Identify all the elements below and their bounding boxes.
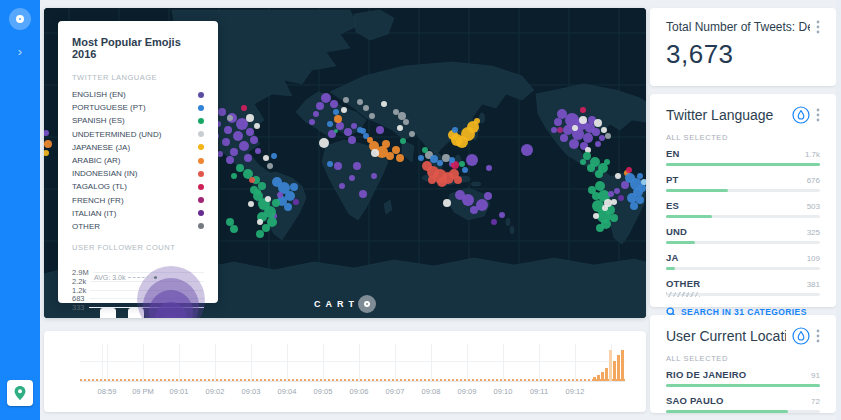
tweets-widget-menu-button[interactable] — [816, 20, 820, 34]
map-dot[interactable] — [454, 176, 462, 184]
map-dot[interactable] — [348, 136, 356, 144]
map-dot[interactable] — [272, 199, 280, 207]
map-dot[interactable] — [330, 100, 338, 108]
map-dot[interactable] — [246, 128, 254, 136]
map-dot[interactable] — [226, 156, 234, 164]
location-autostyle-button[interactable] — [792, 327, 810, 345]
map-dot[interactable] — [602, 205, 608, 211]
map-dot[interactable] — [381, 101, 387, 107]
map-dot[interactable] — [437, 177, 447, 187]
map-dot[interactable] — [491, 219, 497, 225]
map-dot[interactable] — [371, 149, 379, 157]
map-dot[interactable] — [360, 128, 366, 134]
map-dot[interactable] — [466, 154, 478, 166]
map-dot[interactable] — [271, 153, 277, 159]
map-dot[interactable] — [359, 190, 367, 198]
map-dot[interactable] — [363, 105, 369, 111]
map-dot[interactable] — [409, 131, 415, 137]
map-dot[interactable] — [615, 173, 621, 179]
map-dot[interactable] — [382, 140, 390, 148]
map-dot[interactable] — [284, 203, 292, 211]
basemap-switcher-button[interactable] — [7, 380, 33, 406]
map-dot[interactable] — [244, 154, 252, 162]
map-dot[interactable] — [293, 199, 299, 205]
map-dot[interactable] — [357, 99, 363, 105]
map-dot[interactable] — [403, 119, 409, 125]
map-dot[interactable] — [605, 133, 611, 139]
map-dot[interactable] — [376, 126, 384, 134]
map-dot[interactable] — [462, 194, 474, 206]
map-dot[interactable] — [218, 108, 226, 116]
map-dot[interactable] — [521, 144, 533, 156]
map-dot[interactable] — [554, 118, 562, 126]
map-dot[interactable] — [486, 165, 492, 171]
map-dot[interactable] — [44, 140, 52, 148]
map-dot[interactable] — [246, 114, 254, 122]
map-dot[interactable] — [344, 128, 352, 136]
map-dot[interactable] — [255, 148, 261, 154]
map-dot[interactable] — [227, 115, 233, 121]
map-dot[interactable] — [351, 123, 357, 129]
language-widget-menu-button[interactable] — [816, 108, 820, 122]
map-dot[interactable] — [637, 173, 643, 179]
map-dot[interactable] — [630, 202, 638, 210]
map-dot[interactable] — [334, 162, 342, 170]
map-dot[interactable] — [428, 176, 436, 184]
map-dot[interactable] — [592, 128, 600, 136]
map-dot[interactable] — [353, 162, 361, 170]
map-dot[interactable] — [319, 138, 329, 148]
time-series-plot[interactable] — [80, 344, 625, 382]
map-dot[interactable] — [587, 164, 595, 172]
map-dot[interactable] — [580, 159, 586, 165]
map-dot[interactable] — [230, 148, 238, 156]
map-dot[interactable] — [222, 138, 230, 146]
map-dot[interactable] — [257, 219, 263, 225]
map-dot[interactable] — [249, 177, 255, 183]
map-dot[interactable] — [462, 167, 468, 173]
map-dot[interactable] — [422, 147, 428, 153]
map-dot[interactable] — [641, 179, 646, 185]
map-dot[interactable] — [449, 157, 455, 163]
map-dot[interactable] — [44, 150, 49, 156]
location-widget-menu-button[interactable] — [816, 329, 820, 343]
map-dot[interactable] — [569, 139, 579, 149]
map-dot[interactable] — [341, 107, 347, 113]
map-dot[interactable] — [327, 121, 333, 127]
map-dot[interactable] — [349, 175, 355, 181]
map-dot[interactable] — [313, 111, 319, 117]
map-dot[interactable] — [327, 161, 333, 167]
map-dot[interactable] — [371, 173, 377, 179]
map-dot[interactable] — [579, 116, 587, 124]
category-row[interactable]: SAO PAULO72 — [666, 395, 820, 413]
map-dot[interactable] — [392, 146, 400, 154]
map-dot[interactable] — [343, 97, 349, 103]
map-dot[interactable] — [499, 212, 505, 218]
sidebar-scrollbar[interactable] — [836, 0, 841, 420]
map-dot[interactable] — [231, 173, 237, 179]
map-dot[interactable] — [397, 125, 403, 131]
map-dot[interactable] — [596, 224, 604, 232]
map-dot[interactable] — [250, 136, 258, 144]
language-autostyle-button[interactable] — [792, 106, 810, 124]
map-canvas[interactable]: Most Popular Emojis 2016 TWITTER LANGUAG… — [44, 8, 646, 318]
map-dot[interactable] — [611, 199, 617, 205]
map-dot[interactable] — [610, 214, 618, 222]
map-dot[interactable] — [484, 192, 492, 200]
map-dot[interactable] — [277, 192, 283, 198]
map-dot[interactable] — [474, 118, 480, 124]
map-dot[interactable] — [588, 186, 596, 194]
map-dot[interactable] — [44, 130, 49, 136]
map-dot[interactable] — [396, 154, 404, 162]
map-dot[interactable] — [267, 163, 273, 169]
map-dot[interactable] — [248, 201, 254, 207]
map-dot[interactable] — [254, 123, 260, 129]
map-dot[interactable] — [250, 186, 258, 194]
category-row[interactable]: EN1.7k — [666, 148, 820, 166]
map-dot[interactable] — [618, 195, 624, 201]
category-row[interactable]: RIO DE JANEIRO91 — [666, 369, 820, 387]
category-row[interactable]: JA109 — [666, 252, 820, 270]
map-dot[interactable] — [239, 141, 249, 151]
map-dot[interactable] — [224, 126, 232, 134]
map-dot[interactable] — [367, 137, 373, 143]
map-dot[interactable] — [241, 105, 247, 111]
